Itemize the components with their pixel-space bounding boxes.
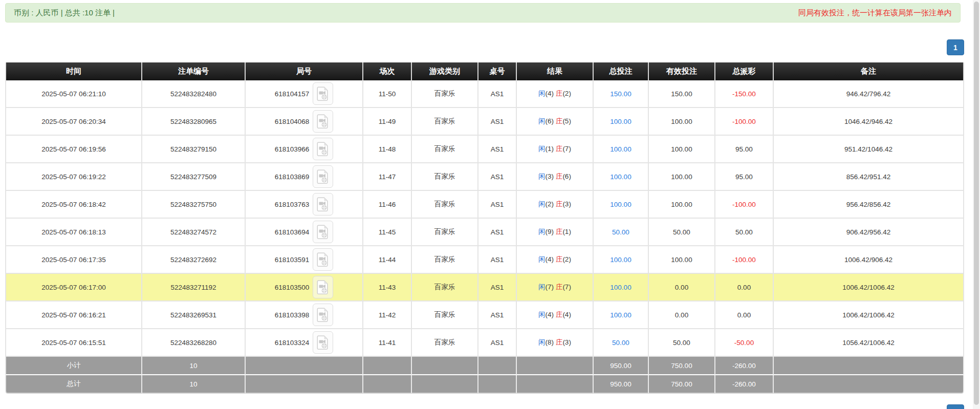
- header-bet-id: 注单编号: [142, 62, 246, 80]
- banker-result-label: 庄: [556, 338, 563, 346]
- total-bet-link[interactable]: 100.00: [610, 284, 631, 291]
- video-replay-icon: [317, 225, 329, 239]
- currency-summary-text: 币别 : 人民币 | 总共 :10 注单 |: [14, 8, 115, 18]
- player-result-count: (4): [546, 311, 554, 318]
- video-replay-button[interactable]: [313, 248, 333, 271]
- total-bet-link[interactable]: 150.00: [610, 90, 631, 98]
- round-no-cell: 618103694: [246, 219, 363, 246]
- banker-result-label: 庄: [556, 283, 563, 291]
- subtotal-row-empty-cell: [478, 357, 517, 375]
- total-bet-cell[interactable]: 100.00: [594, 136, 649, 163]
- header-table-no: 桌号: [478, 62, 517, 80]
- total-row-empty-cell: [478, 375, 517, 394]
- subtotal-row-total-bet: 950.00: [594, 357, 649, 375]
- bet-row: 2025-05-07 06:15:51522483268280618103324…: [5, 329, 964, 357]
- video-replay-button[interactable]: [313, 110, 333, 133]
- vertical-scrollbar[interactable]: [973, 0, 980, 409]
- total-bet-link[interactable]: 50.00: [612, 228, 629, 236]
- video-replay-button[interactable]: [313, 138, 333, 160]
- time-cell: 2025-05-07 06:21:10: [5, 80, 142, 108]
- round-no-text: 618104068: [275, 118, 310, 125]
- player-result-count: (6): [546, 117, 554, 125]
- video-replay-button[interactable]: [313, 165, 333, 188]
- banker-result-count: (5): [562, 117, 571, 125]
- total-bet-cell[interactable]: 100.00: [594, 302, 649, 329]
- time-cell: 2025-05-07 06:18:42: [5, 191, 142, 219]
- payout-cell: -100.00: [715, 108, 774, 136]
- table-no-cell: AS1: [478, 108, 517, 136]
- total-bet-link[interactable]: 100.00: [610, 311, 631, 319]
- table-no-cell: AS1: [478, 219, 517, 246]
- total-bet-cell[interactable]: 100.00: [594, 163, 649, 191]
- video-replay-button[interactable]: [313, 221, 333, 243]
- page-button-1-bottom[interactable]: 1: [947, 404, 964, 409]
- video-replay-icon: [317, 280, 329, 294]
- round-no-cell: 618103966: [246, 136, 363, 163]
- banker-result-label: 庄: [556, 90, 563, 97]
- round-no-text: 618103591: [275, 256, 310, 264]
- table-no-cell: AS1: [478, 163, 517, 191]
- player-result-label: 闲: [538, 311, 546, 318]
- total-bet-cell[interactable]: 50.00: [594, 219, 649, 246]
- video-replay-icon: [317, 335, 329, 350]
- round-no-cell: 618103324: [246, 329, 363, 357]
- banker-result-count: (2): [562, 255, 571, 263]
- result-cell: 闲(6) 庄(5): [517, 108, 594, 136]
- total-bet-link[interactable]: 100.00: [610, 256, 631, 264]
- page-button-1-top[interactable]: 1: [947, 39, 964, 55]
- total-bet-link[interactable]: 100.00: [610, 118, 631, 125]
- header-total-bet: 总投注: [594, 62, 649, 80]
- video-replay-button[interactable]: [313, 304, 333, 326]
- total-bet-cell[interactable]: 100.00: [594, 108, 649, 136]
- result-cell: 闲(2) 庄(3): [517, 191, 594, 219]
- round-no-cell: 618103500: [246, 274, 363, 302]
- bet-row: 2025-05-07 06:18:42522483275750618103763…: [5, 191, 964, 219]
- subtotal-row-empty-cell: [412, 357, 478, 375]
- total-bet-link[interactable]: 100.00: [610, 201, 631, 208]
- player-result-count: (3): [546, 173, 554, 180]
- subtotal-row-remark: [774, 357, 964, 375]
- video-replay-button[interactable]: [313, 82, 333, 105]
- player-result-label: 闲: [538, 228, 546, 235]
- round-no-text: 618103500: [275, 284, 310, 291]
- total-bet-link[interactable]: 100.00: [610, 145, 631, 153]
- table-no-cell: AS1: [478, 246, 517, 274]
- video-replay-icon: [317, 308, 329, 322]
- video-replay-button[interactable]: [313, 193, 333, 216]
- total-bet-link[interactable]: 50.00: [612, 339, 629, 347]
- video-replay-button[interactable]: [313, 331, 333, 354]
- player-result-label: 闲: [538, 145, 546, 153]
- total-bet-cell[interactable]: 100.00: [594, 191, 649, 219]
- total-bet-cell[interactable]: 100.00: [594, 274, 649, 302]
- valid-bet-cell: 100.00: [649, 246, 715, 274]
- round-no-cell: 618103398: [246, 302, 363, 329]
- bet-records-table: 时间注单编号局号场次游戏类别桌号结果总投注有效投注总派彩备注 2025-05-0…: [5, 62, 964, 394]
- result-cell: 闲(8) 庄(3): [517, 329, 594, 357]
- total-bet-cell[interactable]: 100.00: [594, 246, 649, 274]
- banker-result-count: (7): [562, 283, 571, 291]
- subtotal-row-count: 10: [142, 357, 246, 375]
- total-row-count: 10: [142, 375, 246, 394]
- total-bet-cell[interactable]: 150.00: [594, 80, 649, 108]
- video-replay-icon: [317, 142, 329, 156]
- round-no-text: 618104157: [275, 90, 310, 98]
- video-replay-icon: [317, 87, 329, 101]
- header-total-payout: 总派彩: [715, 62, 774, 80]
- page: 币别 : 人民币 | 总共 :10 注单 | 同局有效投注，统一计算在该局第一张…: [0, 0, 980, 409]
- valid-bet-cell: 50.00: [649, 329, 715, 357]
- game-type-cell: 百家乐: [412, 219, 478, 246]
- total-row: 总计10950.00750.00-260.00: [5, 375, 964, 394]
- bet-id-cell: 522483282480: [142, 80, 246, 108]
- banker-result-label: 庄: [556, 117, 563, 125]
- total-bet-link[interactable]: 100.00: [610, 173, 631, 181]
- round-no-cell: 618103763: [246, 191, 363, 219]
- bet-id-cell: 522483268280: [142, 329, 246, 357]
- payout-cell: -50.00: [715, 329, 774, 357]
- scrollbar-thumb[interactable]: [974, 2, 979, 405]
- payout-cell: 0.00: [715, 302, 774, 329]
- bet-row: 2025-05-07 06:16:21522483269531618103398…: [5, 302, 964, 329]
- video-replay-button[interactable]: [313, 276, 333, 298]
- game-type-cell: 百家乐: [412, 136, 478, 163]
- subtotal-row-valid-bet: 750.00: [649, 357, 715, 375]
- total-bet-cell[interactable]: 50.00: [594, 329, 649, 357]
